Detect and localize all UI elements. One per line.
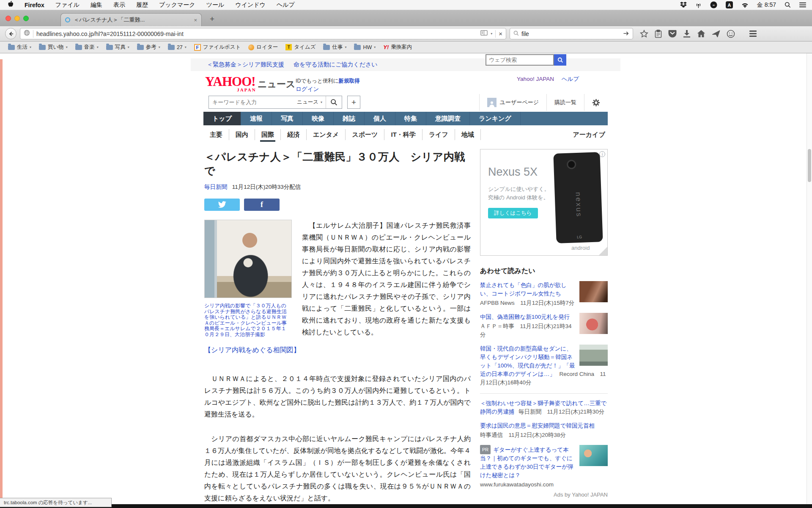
related-thumbnail[interactable] bbox=[579, 281, 608, 302]
related-thumbnail[interactable] bbox=[579, 345, 608, 366]
donation-message-link[interactable]: 命を守る活動にご協力ください bbox=[294, 61, 378, 69]
web-search-button[interactable] bbox=[554, 54, 566, 66]
bookmark-folder-27[interactable]: 27▾ bbox=[164, 44, 190, 50]
article-source-link[interactable]: 毎日新聞 bbox=[204, 184, 227, 190]
dropbox-icon[interactable] bbox=[680, 2, 687, 8]
service-name[interactable]: ニュース bbox=[258, 78, 296, 91]
user-page-link[interactable]: ユーザーページ bbox=[480, 98, 546, 107]
bookmark-star-icon[interactable] bbox=[640, 30, 648, 38]
twitter-share-button[interactable] bbox=[204, 199, 240, 211]
tab-title[interactable]: ＜パレスチナ人＞「二重難... bbox=[74, 16, 190, 24]
minimize-window-button[interactable] bbox=[14, 16, 20, 21]
related-title-link[interactable]: ギターがすぐ上達するって本当？｜初めてのギターでも、すぐに上達できるわずか30日… bbox=[480, 447, 573, 478]
related-title-link[interactable]: 要求は国民の意思＝慰安婦問題で韓国元首相 bbox=[480, 422, 595, 429]
close-window-button[interactable] bbox=[5, 16, 11, 21]
bookmark-times[interactable]: Tタイムズ bbox=[282, 44, 319, 51]
menubar-menu-view[interactable]: 表示 bbox=[113, 1, 125, 9]
nav-tab-eizo[interactable]: 映像 bbox=[303, 112, 334, 125]
related-item[interactable]: 禁止されても「色白」の肌が欲しい、コートジボワール女性たち AFPBB News… bbox=[480, 281, 608, 307]
browser-tab[interactable]: ＜パレスチナ人＞「二重難... × bbox=[60, 13, 202, 26]
subnav-shuyo[interactable]: 主要 bbox=[203, 129, 229, 140]
tab-close-icon[interactable]: × bbox=[194, 17, 197, 23]
bookmark-folder-shashin[interactable]: 写真▾ bbox=[102, 44, 133, 51]
related-item-pr[interactable]: PRギターがすぐ上達するって本当？｜初めてのギターでも、すぐに上達できるわずか3… bbox=[480, 445, 608, 489]
reader-dropdown-icon[interactable]: ▾ bbox=[491, 32, 492, 36]
nav-tab-top[interactable]: トップ bbox=[203, 112, 241, 125]
menubar-clock[interactable]: 金 8:57 bbox=[757, 1, 776, 9]
related-thumbnail[interactable] bbox=[579, 313, 608, 334]
nav-tab-zasshi[interactable]: 雑誌 bbox=[334, 112, 365, 125]
search-go-icon[interactable] bbox=[623, 30, 629, 38]
add-search-tab-button[interactable]: + bbox=[347, 96, 360, 109]
bookmark-folder-shigoto[interactable]: 仕事▾ bbox=[319, 44, 350, 51]
subnav-life[interactable]: ライフ bbox=[422, 129, 455, 140]
letter-a-status-icon[interactable]: A bbox=[726, 1, 733, 8]
subnav-entame[interactable]: エンタメ bbox=[307, 129, 346, 140]
article-photo[interactable] bbox=[204, 220, 292, 298]
nav-tab-ranking[interactable]: ランキング bbox=[470, 112, 521, 125]
subnav-kokunai[interactable]: 国内 bbox=[229, 129, 255, 140]
bookmark-yahoo-transit[interactable]: Y!乗換案内 bbox=[379, 44, 416, 51]
bookmark-filepost[interactable]: Fファイルポスト bbox=[190, 44, 245, 51]
menubar-menu-window[interactable]: ウインドウ bbox=[235, 1, 266, 9]
creative-cloud-icon[interactable]: ∞ bbox=[710, 1, 717, 8]
scrollbar-thumb[interactable] bbox=[808, 149, 811, 182]
url-bar[interactable]: ▾ × bbox=[20, 28, 506, 39]
bookmark-folder-kaimono[interactable]: 買い物▾ bbox=[35, 44, 71, 51]
nav-tab-tokushu[interactable]: 特集 bbox=[395, 112, 426, 125]
menubar-menu-help[interactable]: ヘルプ bbox=[277, 1, 295, 9]
search-scope-dropdown[interactable]: ニュース▾ bbox=[294, 99, 326, 106]
nav-tab-kojin[interactable]: 個人 bbox=[365, 112, 395, 125]
register-link[interactable]: 新規取得 bbox=[338, 78, 359, 84]
nexus-ad[interactable]: i Nexus 5X シンプルに使いやすく。 究極の Android 体験を。 … bbox=[480, 149, 608, 256]
archive-link[interactable]: アーカイブ bbox=[573, 131, 605, 139]
help-link[interactable]: ヘルプ bbox=[562, 76, 579, 82]
menubar-menu-tools[interactable]: ツール bbox=[206, 1, 225, 9]
subnav-kokusai[interactable]: 国際 bbox=[255, 129, 281, 140]
related-item[interactable]: 要求は国民の意思＝慰安婦問題で韓国元首相 時事通信 11月12日(木)20時38… bbox=[480, 422, 608, 439]
subnav-sports[interactable]: スポーツ bbox=[346, 129, 384, 140]
related-title-link[interactable]: 禁止されても「色白」の肌が欲しい、コートジボワール女性たち bbox=[480, 282, 567, 297]
back-button[interactable] bbox=[5, 28, 16, 39]
related-diagram-link[interactable]: 【シリア内戦をめぐる相関図】 bbox=[204, 346, 300, 353]
related-thumbnail[interactable] bbox=[579, 445, 608, 466]
subscriptions-link[interactable]: 購読一覧 bbox=[547, 99, 584, 106]
settings-gear-icon[interactable] bbox=[584, 99, 608, 107]
stop-loading-icon[interactable]: × bbox=[499, 30, 502, 37]
ad-info-icon[interactable]: i bbox=[599, 151, 605, 157]
notification-center-icon[interactable] bbox=[799, 2, 806, 8]
new-tab-button[interactable]: + bbox=[210, 14, 214, 24]
donation-campaign-link[interactable]: ＜緊急募金＞シリア難民支援 bbox=[207, 61, 284, 69]
menubar-menu-edit[interactable]: 編集 bbox=[91, 1, 102, 9]
menubar-menu-history[interactable]: 履歴 bbox=[136, 1, 148, 9]
menubar-menu-bookmarks[interactable]: ブックマーク bbox=[159, 1, 195, 9]
downloads-icon[interactable] bbox=[683, 30, 691, 38]
browser-search-field[interactable] bbox=[510, 28, 633, 39]
ad-cta-button[interactable]: 詳しくはこちら bbox=[488, 208, 538, 218]
subnav-chiiki[interactable]: 地域 bbox=[455, 129, 481, 140]
menubar-menu-file[interactable]: ファイル bbox=[55, 1, 80, 9]
news-search-input[interactable] bbox=[209, 99, 294, 105]
login-link[interactable]: ログイン bbox=[296, 86, 319, 92]
nav-tab-sokuho[interactable]: 速報 bbox=[241, 112, 272, 125]
bookmark-reuters[interactable]: ロイター bbox=[244, 44, 282, 51]
related-item[interactable]: 中国、偽造困難な新100元札を発行 ＡＦＰ＝時事 11月12日(木)21時34分 bbox=[480, 313, 608, 339]
menubar-app-name[interactable]: Firefox bbox=[25, 2, 44, 8]
apple-menu-icon[interactable] bbox=[8, 1, 14, 9]
clipboard-icon[interactable] bbox=[655, 30, 662, 38]
subnav-keizai[interactable]: 経済 bbox=[281, 129, 307, 140]
wifi-icon[interactable] bbox=[741, 2, 749, 8]
reader-mode-icon[interactable] bbox=[480, 30, 488, 38]
related-title-link[interactable]: 中国、偽造困難な新100元札を発行 bbox=[480, 314, 570, 320]
related-item[interactable]: 韓国・現代自の新型高級セダンに、早くもデザインパクリ騒動＝韓国ネット「100%、… bbox=[480, 345, 608, 387]
browser-search-input[interactable] bbox=[521, 30, 620, 37]
nav-tab-ishikichosa[interactable]: 意識調査 bbox=[426, 112, 470, 125]
pocket-icon[interactable] bbox=[668, 30, 677, 38]
bookmark-folder-seikatsu[interactable]: 生活▾ bbox=[4, 44, 35, 51]
subnav-it-kagaku[interactable]: IT・科学 bbox=[384, 129, 422, 140]
feedback-smiley-icon[interactable] bbox=[727, 30, 735, 38]
page-scrollbar[interactable] bbox=[807, 53, 812, 508]
url-input[interactable] bbox=[36, 30, 477, 37]
facebook-share-button[interactable]: f bbox=[244, 199, 280, 211]
zoom-window-button[interactable] bbox=[23, 16, 29, 21]
